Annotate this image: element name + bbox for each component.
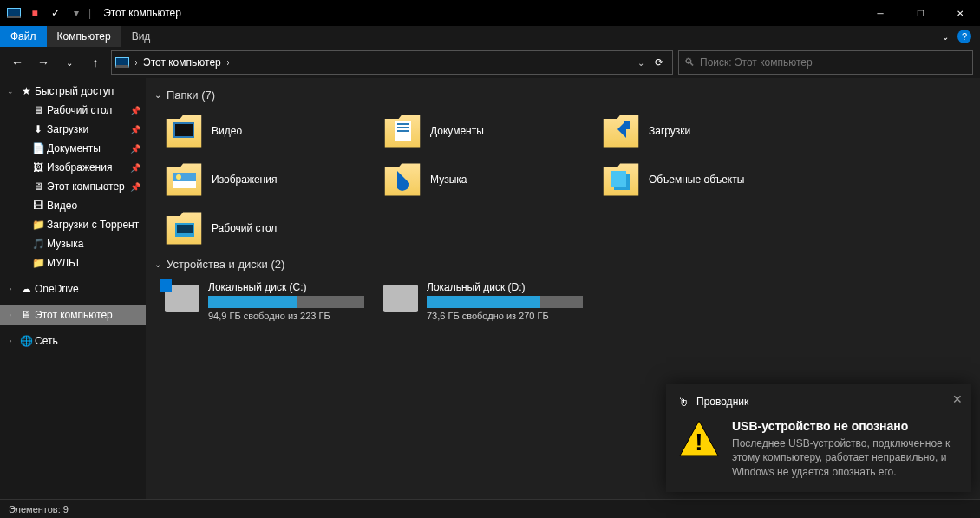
tab-computer[interactable]: Компьютер bbox=[47, 26, 121, 47]
pin-icon: 📌 bbox=[130, 144, 140, 154]
drive-free-text: 73,6 ГБ свободно из 270 ГБ bbox=[427, 311, 583, 321]
nav-quick-item[interactable]: 🖥Этот компьютер📌 bbox=[0, 177, 146, 196]
svg-rect-12 bbox=[611, 171, 626, 187]
ribbon-toggle-icon[interactable]: ⌄ bbox=[942, 32, 949, 42]
maximize-button[interactable]: ☐ bbox=[900, 0, 940, 26]
chevron-right-icon[interactable]: › bbox=[135, 56, 137, 69]
nav-quick-item[interactable]: 🎵Музыка bbox=[0, 234, 146, 253]
up-button[interactable]: ↑ bbox=[85, 52, 106, 73]
folder-icon bbox=[165, 112, 203, 150]
group-header-folders[interactable]: ⌄ Папки (7) bbox=[146, 83, 980, 107]
toast-body-text: Последнее USB-устройство, подключенное к… bbox=[732, 436, 959, 480]
folder-label: Видео bbox=[212, 125, 242, 137]
quick-access-toolbar: ■ ✓ ▾ bbox=[0, 4, 85, 22]
address-bar[interactable]: › Этот компьютер › ⌄ ⟳ bbox=[111, 50, 673, 75]
navigation-pane: ⌄★Быстрый доступ🖥Рабочий стол📌⬇Загрузки📌… bbox=[0, 78, 146, 499]
nav-quick-item[interactable]: 🎞Видео bbox=[0, 196, 146, 215]
forward-button[interactable]: → bbox=[33, 52, 54, 73]
qat-dropdown-icon[interactable]: ▾ bbox=[68, 4, 85, 22]
title-bar: ■ ✓ ▾ | Этот компьютер ─ ☐ ✕ bbox=[0, 0, 980, 26]
folder-label: Музыка bbox=[430, 174, 467, 186]
folder-item[interactable]: Музыка bbox=[364, 155, 583, 204]
nav-quick-item[interactable]: 📁МУЛЬТ bbox=[0, 253, 146, 272]
nav-item-icon: 🌐 bbox=[19, 334, 33, 348]
folder-icon bbox=[602, 161, 640, 199]
search-input[interactable]: 🔍︎ Поиск: Этот компьютер bbox=[678, 50, 973, 75]
chevron-icon[interactable]: ⌄ bbox=[3, 87, 17, 95]
refresh-icon[interactable]: ⟳ bbox=[655, 56, 663, 69]
svg-rect-1 bbox=[175, 124, 193, 136]
folder-label: Рабочий стол bbox=[212, 222, 277, 234]
folder-icon bbox=[165, 209, 203, 247]
nav-item-label: Сеть bbox=[35, 335, 58, 347]
folder-item[interactable]: Рабочий стол bbox=[146, 204, 364, 252]
back-button[interactable]: ← bbox=[7, 52, 28, 73]
chevron-icon[interactable]: › bbox=[3, 285, 17, 293]
nav-item-label: Этот компьютер bbox=[35, 309, 113, 321]
folder-item[interactable]: Объемные объекты bbox=[583, 155, 801, 204]
group-header-drives[interactable]: ⌄ Устройства и диски (2) bbox=[146, 252, 980, 276]
nav-quick-item[interactable]: ⬇Загрузки📌 bbox=[0, 120, 146, 139]
minimize-button[interactable]: ─ bbox=[860, 0, 900, 26]
search-icon: 🔍︎ bbox=[684, 56, 695, 69]
chevron-down-icon: ⌄ bbox=[154, 90, 161, 100]
drive-item[interactable]: Локальный диск (C:) 94,9 ГБ свободно из … bbox=[146, 276, 364, 326]
folder-icon bbox=[383, 161, 421, 199]
qat-properties-icon[interactable]: ■ bbox=[26, 4, 43, 22]
chevron-right-icon[interactable]: › bbox=[227, 56, 229, 69]
address-location[interactable]: Этот компьютер bbox=[143, 56, 221, 69]
toast-app-name: Проводник bbox=[696, 396, 748, 408]
svg-rect-14 bbox=[177, 225, 193, 233]
help-icon[interactable]: ? bbox=[957, 30, 971, 43]
tab-file[interactable]: Файл bbox=[0, 26, 47, 47]
nav-item-label: Видео bbox=[47, 200, 77, 212]
nav-item-icon: ★ bbox=[19, 84, 33, 98]
nav-network[interactable]: ›🌐Сеть bbox=[0, 331, 146, 351]
this-pc-icon[interactable] bbox=[5, 4, 23, 22]
nav-item-label: Загрузки bbox=[47, 123, 88, 135]
nav-quick-access[interactable]: ⌄★Быстрый доступ bbox=[0, 82, 146, 101]
qat-new-folder-icon[interactable]: ✓ bbox=[47, 4, 64, 22]
chevron-icon[interactable]: › bbox=[3, 311, 17, 319]
nav-item-icon: ⬇ bbox=[31, 122, 45, 136]
nav-item-label: Документы bbox=[47, 142, 101, 154]
nav-item-icon: 📄 bbox=[31, 141, 45, 155]
folder-item[interactable]: Изображения bbox=[146, 155, 364, 204]
nav-item-label: Быстрый доступ bbox=[35, 85, 114, 97]
nav-item-icon: 🖥 bbox=[19, 308, 33, 322]
nav-quick-item[interactable]: 🖥Рабочий стол📌 bbox=[0, 101, 146, 120]
nav-quick-item[interactable]: 🖼Изображения📌 bbox=[0, 158, 146, 177]
folder-item[interactable]: Загрузки bbox=[583, 107, 801, 155]
nav-item-label: Музыка bbox=[47, 238, 83, 250]
folder-label: Загрузки bbox=[649, 125, 690, 137]
ribbon-tabs: Файл Компьютер Вид ⌄ ? bbox=[0, 26, 980, 47]
pin-icon: 📌 bbox=[130, 182, 140, 192]
toast-close-button[interactable]: ✕ bbox=[952, 392, 963, 406]
folder-item[interactable]: Видео bbox=[146, 107, 364, 155]
nav-item-icon: ☁ bbox=[19, 282, 33, 296]
notification-toast[interactable]: ✕ 🖰 Проводник ! USB-устройство не опозна… bbox=[666, 384, 971, 492]
folder-item[interactable]: Документы bbox=[364, 107, 583, 155]
nav-quick-item[interactable]: 📄Документы📌 bbox=[0, 139, 146, 158]
tab-view[interactable]: Вид bbox=[121, 26, 161, 47]
status-bar: Элементов: 9 bbox=[0, 499, 980, 518]
search-placeholder: Поиск: Этот компьютер bbox=[700, 56, 813, 69]
address-history-icon[interactable]: ⌄ bbox=[637, 58, 644, 68]
svg-rect-7 bbox=[624, 121, 630, 129]
drive-icon bbox=[165, 285, 199, 312]
nav-item-label: Загрузки с Торрент bbox=[47, 219, 139, 231]
nav-item-label: Этот компьютер bbox=[47, 180, 125, 193]
drive-item[interactable]: Локальный диск (D:) 73,6 ГБ свободно из … bbox=[364, 276, 583, 326]
nav-quick-item[interactable]: 📁Загрузки с Торрент bbox=[0, 215, 146, 234]
chevron-icon[interactable]: › bbox=[3, 337, 17, 345]
drive-icon bbox=[383, 285, 418, 312]
folder-icon bbox=[165, 161, 203, 199]
nav-onedrive[interactable]: ›☁OneDrive bbox=[0, 279, 146, 298]
pin-icon: 📌 bbox=[130, 163, 140, 173]
close-button[interactable]: ✕ bbox=[940, 0, 980, 26]
drive-name: Локальный диск (C:) bbox=[208, 281, 364, 293]
nav-item-label: Изображения bbox=[47, 161, 112, 174]
nav-this-pc[interactable]: ›🖥Этот компьютер bbox=[0, 305, 146, 325]
recent-dropdown-icon[interactable]: ⌄ bbox=[59, 52, 80, 73]
pin-icon: 📌 bbox=[130, 106, 140, 115]
